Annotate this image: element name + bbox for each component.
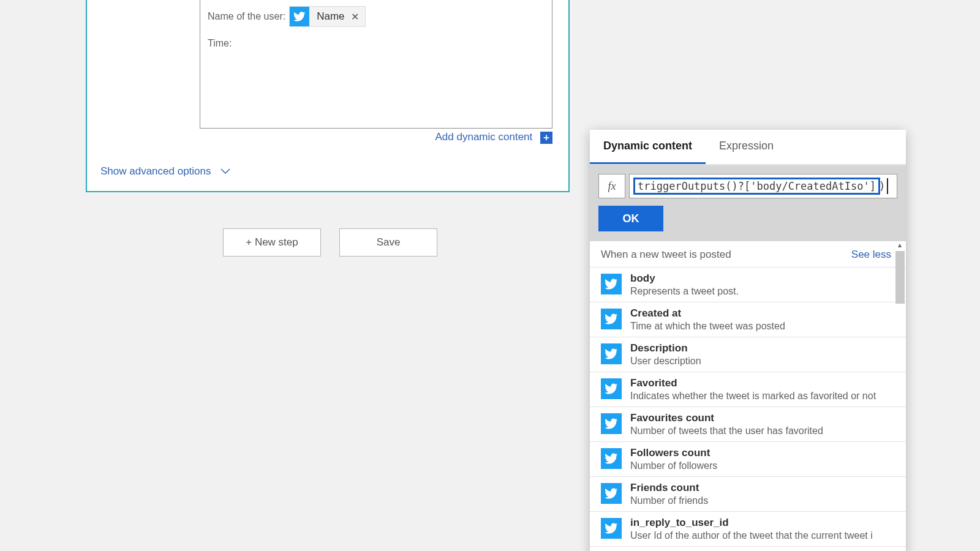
dc-item-desc: Number of tweets that the user has favor… [630, 425, 823, 437]
save-button[interactable]: Save [339, 228, 437, 257]
dynamic-content-popup: Dynamic content Expression fx triggerOut… [590, 130, 906, 551]
expression-input[interactable]: triggerOutputs()?['body/CreatedAtIso'] ) [629, 174, 897, 198]
dynamic-content-item[interactable]: FavoritedIndicates whether the tweet is … [590, 372, 906, 407]
twitter-icon [601, 343, 622, 364]
add-dynamic-content-label: Add dynamic content [435, 131, 533, 143]
add-dynamic-content-link[interactable]: Add dynamic content + [200, 131, 552, 144]
action-card: Name of the user: Name ✕ Time: Add dynam… [86, 0, 570, 192]
token-name-label: Name [317, 10, 344, 23]
dynamic-content-item[interactable]: DescriptionUser description [590, 337, 906, 372]
tab-dynamic-content[interactable]: Dynamic content [590, 130, 706, 164]
dc-item-desc: Time at which the tweet was posted [630, 321, 785, 332]
scroll-up-icon[interactable]: ▴ [895, 241, 905, 250]
text-cursor-icon [887, 178, 888, 194]
new-step-button[interactable]: + New step [223, 228, 321, 257]
dc-item-title: Favourites count [630, 412, 823, 424]
dc-item-title: body [630, 272, 739, 285]
twitter-icon [601, 309, 622, 329]
show-advanced-options-link[interactable]: Show advanced options [100, 165, 231, 178]
show-advanced-label: Show advanced options [100, 165, 211, 178]
dc-item-title: Description [630, 342, 701, 354]
token-name[interactable]: Name ✕ [289, 6, 365, 27]
dc-item-desc: Indicates whether the tweet is marked as… [630, 391, 876, 402]
dc-item-desc: User description [630, 356, 701, 367]
label-name-of-user: Name of the user: [208, 11, 285, 22]
ok-button[interactable]: OK [598, 206, 663, 231]
expression-bar: fx triggerOutputs()?['body/CreatedAtIso'… [590, 165, 906, 241]
new-step-label: + New step [246, 236, 298, 249]
flow-action-buttons: + New step Save [223, 228, 437, 257]
scrollbar-thumb[interactable] [895, 251, 905, 304]
dc-item-title: in_reply_to_user_id [630, 517, 873, 529]
dc-item-desc: User Id of the author of the tweet that … [630, 530, 873, 541]
dc-item-desc: Number of followers [630, 460, 717, 471]
twitter-icon [601, 518, 622, 539]
twitter-icon [601, 274, 622, 294]
dc-item-title: Friends count [630, 482, 708, 494]
fx-icon: fx [598, 174, 625, 198]
dc-item-title: Followers count [630, 447, 717, 459]
scroll-down-icon[interactable]: ▾ [895, 547, 905, 551]
twitter-icon [601, 413, 622, 434]
label-time: Time: [208, 38, 232, 49]
popup-tabs: Dynamic content Expression [590, 130, 906, 165]
twitter-icon [601, 483, 622, 504]
message-body-input[interactable]: Name of the user: Name ✕ Time: [200, 0, 552, 129]
add-dynamic-plus-icon: + [540, 132, 552, 144]
dynamic-content-item[interactable]: Followers countNumber of followers [590, 441, 906, 476]
dc-item-title: Created at [630, 307, 785, 320]
dynamic-content-item[interactable]: in_reply_to_user_idUser Id of the author… [590, 511, 906, 547]
expression-selected-text: triggerOutputs()?['body/CreatedAtIso'] [633, 178, 880, 195]
dc-item-title: Favorited [630, 377, 876, 389]
dynamic-content-item[interactable]: Created atTime at which the tweet was po… [590, 302, 906, 337]
save-label: Save [377, 236, 401, 249]
chevron-down-icon [220, 168, 231, 175]
trigger-header: When a new tweet is posted [601, 249, 731, 261]
see-less-link[interactable]: See less [851, 249, 891, 261]
dynamic-content-item[interactable]: Friends countNumber of friends [590, 476, 906, 511]
dynamic-content-item[interactable]: bodyRepresents a tweet post. [590, 267, 906, 302]
twitter-icon [601, 378, 622, 399]
dynamic-content-list: ▴ ▾ When a new tweet is posted See less … [590, 241, 906, 551]
token-remove-icon[interactable]: ✕ [351, 11, 359, 23]
dc-item-desc: Represents a tweet post. [630, 286, 739, 297]
tab-expression-label: Expression [719, 140, 774, 152]
ok-label: OK [623, 212, 639, 225]
dc-item-desc: Number of friends [630, 495, 708, 506]
expression-trailing-text: ) [879, 180, 885, 192]
twitter-icon [601, 448, 622, 469]
twitter-icon [290, 7, 309, 26]
tab-expression[interactable]: Expression [706, 130, 787, 164]
dynamic-content-item[interactable]: Favourites countNumber of tweets that th… [590, 407, 906, 441]
tab-dynamic-label: Dynamic content [603, 140, 692, 152]
